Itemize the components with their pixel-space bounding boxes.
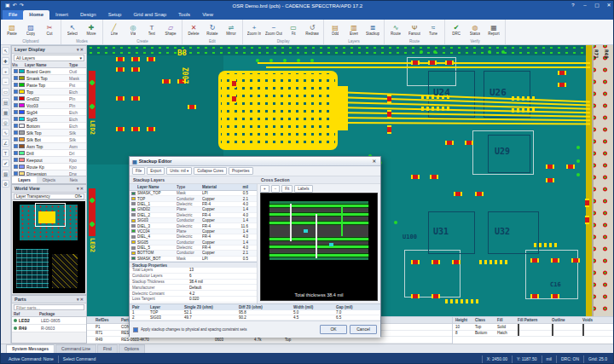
select-button[interactable]: ↖Select	[64, 20, 81, 38]
table-row[interactable]: R49RES-0603-4K7006034.7kTop	[87, 337, 452, 344]
dialog-title-bar[interactable]: ▦ Stackup Editor ✕	[130, 157, 380, 166]
smd-component[interactable]	[387, 95, 391, 103]
layer-visibility-checkbox[interactable]	[14, 96, 18, 101]
ribbon-tab-grid-and-snap[interactable]: Grid and Snap	[127, 10, 172, 20]
help-button[interactable]: ?	[567, 1, 579, 10]
trace[interactable]	[335, 122, 590, 125]
even-button[interactable]: ▥Even	[345, 20, 362, 38]
smd-component[interactable]	[131, 96, 140, 101]
smd-component[interactable]	[147, 127, 155, 131]
smd-component[interactable]	[387, 110, 391, 118]
measure-icon[interactable]: ∠	[2, 139, 9, 147]
route-icon[interactable]: ∿	[2, 129, 9, 136]
via[interactable]	[420, 50, 423, 54]
zoom-out-button[interactable]: −Zoom Out	[264, 20, 283, 38]
via[interactable]	[394, 221, 397, 224]
parts-search-input[interactable]	[14, 304, 84, 310]
zoom-in-button[interactable]: +	[260, 185, 269, 193]
redo-icon[interactable]: ↷	[20, 1, 24, 10]
zoom-in-icon[interactable]: +	[2, 67, 9, 75]
ok-button[interactable]: OK	[320, 325, 347, 334]
dialog-close-icon[interactable]: ✕	[370, 159, 378, 164]
layer-visibility-checkbox[interactable]	[14, 165, 18, 169]
via[interactable]	[576, 173, 580, 176]
layer-visibility-checkbox[interactable]	[14, 83, 18, 87]
smd-component[interactable]	[551, 294, 559, 298]
smd-component[interactable]	[232, 95, 236, 103]
drc-icon[interactable]: ✔	[2, 159, 9, 167]
smd-component[interactable]	[411, 61, 420, 65]
panel-close-icon[interactable]: ✕	[80, 297, 84, 302]
layer-row[interactable]: Gnd02Pln	[12, 95, 86, 102]
file-button[interactable]: File	[132, 167, 145, 175]
tune-button[interactable]: ≈Tune	[425, 20, 442, 38]
via[interactable]	[297, 59, 300, 62]
via[interactable]	[501, 50, 505, 54]
via[interactable]	[576, 146, 580, 149]
smd-component[interactable]	[445, 61, 454, 65]
settings-icon[interactable]: ⚙	[2, 180, 9, 188]
bga-component[interactable]	[221, 73, 335, 147]
move-button[interactable]: ✚Move	[83, 20, 100, 38]
layer-visibility-checkbox[interactable]	[14, 90, 18, 94]
close-button[interactable]: ✕	[603, 1, 614, 10]
smd-component[interactable]	[116, 67, 125, 72]
layer-visibility-checkbox[interactable]	[14, 69, 18, 73]
redraw-button[interactable]: ↺Redraw	[304, 20, 321, 38]
rotate-button[interactable]: ↻Rotate	[204, 20, 221, 38]
layer-row[interactable]: Sig04Etch	[12, 109, 86, 116]
dock-tab-command-line[interactable]: Command Line	[55, 344, 96, 353]
ribbon-tab-design[interactable]: Design	[74, 10, 102, 20]
ribbon-tab-file[interactable]: File	[3, 10, 23, 20]
units-mil-button[interactable]: Units: mil ▾	[166, 167, 192, 175]
smd-component[interactable]	[131, 67, 140, 72]
mirror-button[interactable]: ⇌Mirror	[223, 20, 240, 38]
smd-component[interactable]	[558, 83, 566, 87]
grid-icon[interactable]: ▦	[2, 108, 9, 116]
trace[interactable]	[258, 62, 590, 64]
smd-component[interactable]	[428, 61, 437, 65]
smd-component[interactable]	[232, 79, 236, 88]
smd-component[interactable]	[411, 175, 420, 179]
layer-visibility-checkbox[interactable]	[14, 158, 18, 162]
smd-component[interactable]	[571, 258, 580, 263]
smd-component[interactable]	[116, 127, 125, 131]
layer-visibility-checkbox[interactable]	[14, 124, 18, 128]
smd-component[interactable]	[387, 125, 391, 134]
table-row[interactable]: 10TopSolid	[453, 324, 614, 331]
layer-visibility-checkbox[interactable]	[14, 130, 18, 135]
via-icon[interactable]: ◎	[2, 118, 9, 126]
smd-component[interactable]	[530, 258, 539, 263]
shape-button[interactable]: ▱Shape	[162, 20, 179, 38]
trace[interactable]	[335, 117, 590, 121]
copy-button[interactable]: ▨Copy	[22, 20, 39, 38]
list-item[interactable]: R49R-0603	[12, 325, 86, 332]
ribbon-tab-tools[interactable]: Tools	[172, 10, 196, 20]
layer-row[interactable]: BottomEtch	[12, 123, 86, 130]
route-button[interactable]: ∿Route	[387, 20, 404, 38]
layer-row[interactable]: KeepoutKpo	[12, 157, 86, 164]
layer-row[interactable]: DrillDrl	[12, 150, 86, 157]
layer-row[interactable]: Board GeomOutl	[12, 68, 86, 75]
ribbon-tab-setup[interactable]: Setup	[102, 10, 128, 20]
smd-component[interactable]	[445, 141, 454, 145]
smd-component[interactable]	[432, 294, 440, 298]
dock-tab-options[interactable]: Options	[119, 344, 145, 353]
smd-component[interactable]	[475, 192, 484, 196]
via[interactable]	[576, 159, 580, 163]
smd-component[interactable]	[452, 260, 460, 264]
layer-row[interactable]: Silk TopSilk	[12, 130, 86, 136]
smd-component[interactable]	[131, 127, 140, 131]
layers-icon[interactable]: ▤	[2, 98, 9, 106]
stackup-button[interactable]: ≣Stackup	[364, 20, 381, 38]
panel-tab-objects[interactable]: Objects	[37, 176, 61, 183]
via[interactable]	[256, 59, 259, 62]
labels-button[interactable]: Labels	[294, 185, 312, 193]
smd-component[interactable]	[585, 216, 589, 224]
layer-row[interactable]: TopEtch	[12, 89, 86, 95]
world-view-canvas[interactable]	[13, 201, 85, 293]
smd-component[interactable]	[558, 71, 566, 75]
zoom-fit-button[interactable]: Fit	[281, 185, 293, 193]
ribbon-tab-home[interactable]: Home	[23, 10, 49, 20]
smd-component[interactable]	[530, 294, 539, 298]
